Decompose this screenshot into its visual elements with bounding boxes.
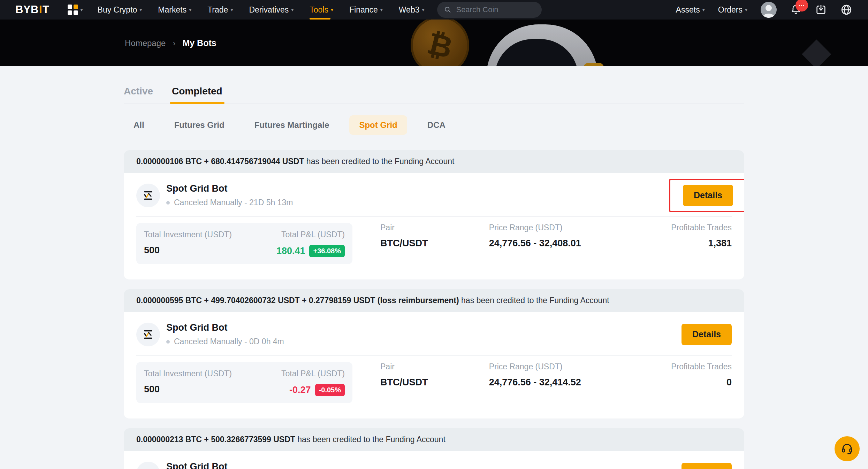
bot-row: Spot Grid Bot Canceled Manually - 0D 0h …	[124, 312, 744, 355]
stat-total-investment: Total Investment (USDT) 500	[144, 369, 232, 396]
top-nav: BYBIT ▾ Buy Crypto▾ Markets▾ Trade▾ Deri…	[0, 0, 868, 20]
nav-item-finance[interactable]: Finance▾	[349, 0, 383, 20]
coin-search-box[interactable]	[437, 2, 542, 18]
stats-row: Total Investment (USDT) 500 Total P&L (U…	[124, 217, 744, 279]
annotation-highlight: Details	[669, 179, 744, 212]
bot-type-filters: All Futures Grid Futures Martingale Spot…	[124, 115, 744, 135]
bot-status: Canceled Manually - 0D 0h 4m	[166, 337, 284, 346]
chevron-down-icon: ▾	[380, 7, 383, 13]
bot-info: Spot Grid Bot Canceled Manually - 21D 5h…	[166, 183, 293, 207]
status-dot-icon	[166, 201, 170, 205]
robot-illustration	[486, 24, 598, 66]
headset-icon	[840, 442, 854, 455]
bot-card: 0.000000106 BTC + 680.414756719044 USDT …	[124, 150, 744, 279]
logo-accent: I	[39, 3, 42, 16]
chevron-down-icon: ▾	[230, 7, 233, 13]
tab-active[interactable]: Active	[124, 86, 153, 103]
bot-name: Spot Grid Bot	[166, 322, 284, 333]
breadcrumb-homepage-link[interactable]: Homepage	[125, 38, 166, 48]
bot-status: Canceled Manually - 21D 5h 13m	[166, 198, 293, 207]
pnl-value: 180.41	[276, 246, 305, 256]
chevron-down-icon: ▾	[422, 7, 425, 13]
nav-item-derivatives[interactable]: Derivatives▾	[249, 0, 294, 20]
chevron-down-icon: ▾	[139, 7, 142, 13]
stat-pair: Pair BTC/USDT	[380, 362, 489, 388]
details-area: Details	[682, 463, 732, 469]
pnl-value: -0.27	[289, 385, 311, 395]
bot-info: Spot Grid Bot Canceled Manually - 0D 1h …	[166, 461, 289, 469]
details-area: Details	[669, 185, 732, 206]
investment-pnl-box: Total Investment (USDT) 500 Total P&L (U…	[136, 362, 352, 403]
pnl-percent-badge: -0.05%	[315, 384, 345, 396]
status-text: Canceled Manually - 0D 0h 4m	[174, 337, 284, 346]
nav-item-web3[interactable]: Web3▾	[399, 0, 425, 20]
filter-futures-martingale[interactable]: Futures Martingale	[245, 115, 339, 135]
download-icon	[815, 4, 827, 16]
bot-name: Spot Grid Bot	[166, 183, 293, 194]
bot-state-tabs: Active Completed	[124, 66, 744, 103]
breadcrumb-separator-icon: ›	[173, 38, 175, 48]
bot-card: 0.000000213 BTC + 500.3266773599 USDT ha…	[124, 428, 744, 469]
stat-total-investment: Total Investment (USDT) 500	[144, 230, 232, 257]
filter-spot-grid[interactable]: Spot Grid	[349, 115, 407, 135]
main-menu: Buy Crypto▾ Markets▾ Trade▾ Derivatives▾…	[98, 0, 425, 20]
filter-dca[interactable]: DCA	[418, 115, 455, 135]
credited-banner: 0.000000213 BTC + 500.3266773599 USDT ha…	[124, 428, 744, 451]
stat-profitable-trades: Profitable Trades 0	[671, 362, 732, 388]
nav-item-orders[interactable]: Orders▾	[718, 5, 747, 15]
bitcoin-coin-illustration: ₿	[411, 20, 469, 66]
filter-all[interactable]: All	[124, 115, 154, 135]
credited-text: has been credited to the Funding Account	[459, 296, 609, 305]
nav-item-buy-crypto[interactable]: Buy Crypto▾	[98, 0, 142, 20]
page-content: Active Completed All Futures Grid Future…	[124, 66, 744, 469]
credited-amount: 0.000000595 BTC + 499.70402600732 USDT +…	[136, 296, 459, 305]
stat-total-pnl: Total P&L (USDT) 180.41 +36.08%	[276, 230, 345, 257]
search-icon	[444, 6, 451, 14]
chevron-down-icon: ▾	[702, 7, 705, 13]
nav-item-tools[interactable]: Tools▾	[310, 0, 333, 20]
stat-total-pnl: Total P&L (USDT) -0.27 -0.05%	[281, 369, 345, 396]
chevron-down-icon: ▾	[745, 7, 747, 13]
status-dot-icon	[166, 340, 170, 344]
chevron-down-icon: ▾	[291, 7, 294, 13]
bot-row: Spot Grid Bot Canceled Manually - 21D 5h…	[124, 173, 744, 216]
spot-grid-bot-icon	[136, 184, 160, 207]
search-input[interactable]	[455, 5, 534, 15]
chevron-down-icon: ▾	[81, 7, 83, 13]
user-avatar[interactable]	[761, 2, 777, 18]
notification-badge: ···	[795, 0, 808, 11]
bot-info: Spot Grid Bot Canceled Manually - 0D 0h …	[166, 322, 284, 346]
bot-card: 0.000000595 BTC + 499.70402600732 USDT +…	[124, 289, 744, 418]
nav-item-markets[interactable]: Markets▾	[158, 0, 191, 20]
nav-item-assets[interactable]: Assets▾	[676, 5, 705, 15]
download-app-button[interactable]	[815, 4, 827, 16]
status-text: Canceled Manually - 21D 5h 13m	[174, 198, 293, 207]
credited-text: has been credited to the Funding Account	[295, 435, 446, 444]
tab-completed[interactable]: Completed	[172, 86, 222, 103]
bybit-logo[interactable]: BYBIT	[15, 3, 50, 16]
credited-amount: 0.000000106 BTC + 680.414756719044 USDT	[136, 157, 304, 166]
filter-futures-grid[interactable]: Futures Grid	[165, 115, 234, 135]
chevron-down-icon: ▾	[331, 7, 333, 13]
spot-grid-bot-icon	[136, 462, 160, 469]
notifications-button[interactable]: ···	[790, 4, 802, 16]
nav-item-trade[interactable]: Trade▾	[207, 0, 233, 20]
stat-pair: Pair BTC/USDT	[380, 223, 489, 249]
apps-launcher-button[interactable]: ▾	[68, 5, 83, 15]
details-button[interactable]: Details	[683, 185, 733, 206]
credited-banner: 0.000000595 BTC + 499.70402600732 USDT +…	[124, 289, 744, 312]
details-button[interactable]: Details	[682, 324, 732, 345]
hero-banner: ₿ ◆ Homepage › My Bots	[0, 20, 868, 66]
stats-row: Total Investment (USDT) 500 Total P&L (U…	[124, 356, 744, 418]
customer-support-button[interactable]	[835, 436, 860, 461]
stat-price-range: Price Range (USDT) 24,776.56 - 32,408.01	[489, 223, 671, 249]
pnl-percent-badge: +36.08%	[309, 245, 345, 257]
stat-profitable-trades: Profitable Trades 1,381	[671, 223, 732, 249]
language-button[interactable]	[840, 3, 853, 16]
details-button[interactable]: Details	[682, 463, 732, 469]
logo-text-1: BYB	[15, 3, 39, 16]
stat-price-range: Price Range (USDT) 24,776.56 - 32,414.52	[489, 362, 671, 388]
globe-icon	[840, 3, 853, 16]
credited-text: has been credited to the Funding Account	[304, 157, 454, 166]
chevron-down-icon: ▾	[189, 7, 191, 13]
